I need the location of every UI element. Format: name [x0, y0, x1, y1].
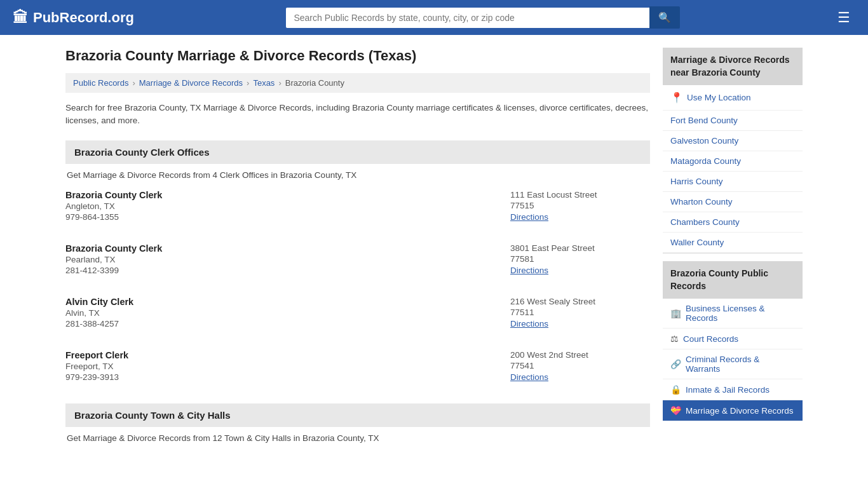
content-area: Brazoria County Marriage & Divorce Recor… — [65, 48, 650, 453]
sidebar-public-records-header: Brazoria County Public Records — [663, 261, 803, 299]
breadcrumb-marriage-divorce[interactable]: Marriage & Divorce Records — [139, 78, 243, 88]
breadcrumb: Public Records › Marriage & Divorce Reco… — [65, 73, 650, 93]
office-directions-4: Directions — [510, 372, 650, 382]
breadcrumb-public-records[interactable]: Public Records — [73, 78, 128, 88]
building-icon: 🏛 — [13, 9, 28, 27]
list-item-wharton: Wharton County — [663, 192, 803, 212]
office-right-4: 200 West 2nd Street 77541 Directions — [510, 350, 650, 382]
site-logo[interactable]: 🏛 PubRecord.org — [13, 9, 134, 27]
office-phone-4: 979-239-3913 — [65, 372, 128, 382]
list-item-business: 🏢 Business Licenses & Records — [663, 299, 803, 329]
office-address-2: 3801 East Pear Street — [510, 243, 650, 253]
office-phone-2: 281-412-3399 — [65, 266, 162, 275]
office-name-3: Alvin City Clerk — [65, 297, 133, 307]
public-records-list: 🏢 Business Licenses & Records ⚖ Court Re… — [663, 299, 803, 421]
clerk-section-desc: Get Marriage & Divorce Records from 4 Cl… — [65, 170, 650, 180]
office-zip-4: 77541 — [510, 361, 650, 370]
office-directions-2: Directions — [510, 265, 650, 275]
office-city-3: Alvin, TX — [65, 308, 133, 318]
office-address-4: 200 West 2nd Street — [510, 350, 650, 360]
page-title: Brazoria County Marriage & Divorce Recor… — [65, 48, 650, 64]
office-left-1: Brazoria County Clerk Angleton, TX 979-8… — [65, 190, 162, 222]
county-link-chambers[interactable]: Chambers County — [670, 217, 740, 227]
court-icon: ⚖ — [670, 334, 679, 344]
office-left-3: Alvin City Clerk Alvin, TX 281-388-4257 — [65, 297, 133, 329]
business-records-link[interactable]: Business Licenses & Records — [686, 304, 795, 323]
office-address-1: 111 East Locust Street — [510, 190, 650, 200]
breadcrumb-texas[interactable]: Texas — [253, 78, 275, 88]
location-icon: 📍 — [670, 92, 683, 104]
nearby-county-list: Fort Bend County Galveston County Matago… — [663, 111, 803, 254]
office-entry-4: Freeport Clerk Freeport, TX 979-239-3913… — [65, 350, 650, 388]
marriage-records-link[interactable]: Marriage & Divorce Records — [686, 406, 794, 416]
directions-link-3[interactable]: Directions — [510, 319, 548, 329]
office-right-2: 3801 East Pear Street 77581 Directions — [510, 243, 650, 275]
office-zip-2: 77581 — [510, 254, 650, 264]
list-item-inmate: 🔒 Inmate & Jail Records — [663, 379, 803, 400]
county-link-harris[interactable]: Harris County — [670, 177, 723, 186]
breadcrumb-sep1: › — [132, 78, 135, 88]
office-zip-3: 77511 — [510, 308, 650, 317]
office-name-4: Freeport Clerk — [65, 350, 128, 360]
office-right-3: 216 West Sealy Street 77511 Directions — [510, 297, 650, 329]
list-item-harris: Harris County — [663, 172, 803, 192]
page-description: Search for free Brazoria County, TX Marr… — [65, 102, 650, 128]
county-link-matagorda[interactable]: Matagorda County — [670, 156, 741, 166]
search-bar: 🔍 — [286, 6, 680, 29]
list-item-criminal: 🔗 Criminal Records & Warrants — [663, 349, 803, 379]
marriage-icon: 💝 — [670, 405, 681, 416]
list-item-waller: Waller County — [663, 233, 803, 253]
main-container: Brazoria County Marriage & Divorce Recor… — [53, 35, 815, 478]
office-entry-2: Brazoria County Clerk Pearland, TX 281-4… — [65, 243, 650, 281]
city-halls-section-header: Brazoria County Town & City Halls — [65, 403, 650, 427]
inmate-icon: 🔒 — [670, 384, 681, 395]
business-icon: 🏢 — [670, 308, 681, 318]
office-address-3: 216 West Sealy Street — [510, 297, 650, 306]
logo-text: PubRecord.org — [33, 10, 134, 26]
list-item-galveston: Galveston County — [663, 131, 803, 151]
list-item-fort-bend: Fort Bend County — [663, 111, 803, 131]
court-records-link[interactable]: Court Records — [683, 334, 738, 344]
list-item-matagorda: Matagorda County — [663, 151, 803, 172]
clerk-section-header: Brazoria County Clerk Offices — [65, 140, 650, 164]
office-directions-3: Directions — [510, 318, 650, 329]
use-location-label: Use My Location — [687, 93, 751, 102]
search-button[interactable]: 🔍 — [649, 6, 680, 29]
breadcrumb-sep3: › — [278, 78, 281, 88]
office-left-2: Brazoria County Clerk Pearland, TX 281-4… — [65, 243, 162, 275]
list-item-marriage: 💝 Marriage & Divorce Records — [663, 400, 803, 421]
breadcrumb-sep2: › — [247, 78, 249, 88]
county-link-fort-bend[interactable]: Fort Bend County — [670, 116, 738, 125]
office-city-2: Pearland, TX — [65, 255, 162, 264]
office-name-1: Brazoria County Clerk — [65, 190, 162, 200]
office-name-2: Brazoria County Clerk — [65, 243, 162, 254]
office-zip-1: 77515 — [510, 201, 650, 210]
office-city-1: Angleton, TX — [65, 201, 162, 211]
site-header: 🏛 PubRecord.org 🔍 ☰ — [0, 0, 868, 35]
sidebar: Marriage & Divorce Records near Brazoria… — [663, 48, 803, 453]
criminal-icon: 🔗 — [670, 359, 681, 369]
city-halls-section-desc: Get Marriage & Divorce Records from 12 T… — [65, 433, 650, 443]
directions-link-4[interactable]: Directions — [510, 372, 548, 382]
list-item-chambers: Chambers County — [663, 212, 803, 233]
criminal-records-link[interactable]: Criminal Records & Warrants — [686, 355, 795, 374]
office-left-4: Freeport Clerk Freeport, TX 979-239-3913 — [65, 350, 128, 382]
menu-icon[interactable]: ☰ — [832, 7, 855, 29]
office-directions-1: Directions — [510, 212, 650, 222]
sidebar-nearby-header: Marriage & Divorce Records near Brazoria… — [663, 48, 803, 85]
county-link-galveston[interactable]: Galveston County — [670, 136, 738, 146]
office-entry-3: Alvin City Clerk Alvin, TX 281-388-4257 … — [65, 297, 650, 335]
use-my-location[interactable]: 📍 Use My Location — [663, 85, 803, 111]
list-item-court: ⚖ Court Records — [663, 329, 803, 349]
county-link-wharton[interactable]: Wharton County — [670, 197, 733, 207]
office-phone-3: 281-388-4257 — [65, 319, 133, 329]
office-entry-1: Brazoria County Clerk Angleton, TX 979-8… — [65, 190, 650, 228]
breadcrumb-current: Brazoria County — [285, 78, 344, 88]
search-input[interactable] — [286, 8, 649, 28]
directions-link-2[interactable]: Directions — [510, 266, 548, 275]
office-right-1: 111 East Locust Street 77515 Directions — [510, 190, 650, 222]
directions-link-1[interactable]: Directions — [510, 212, 548, 222]
inmate-records-link[interactable]: Inmate & Jail Records — [686, 385, 770, 395]
office-city-4: Freeport, TX — [65, 362, 128, 371]
county-link-waller[interactable]: Waller County — [670, 238, 724, 247]
